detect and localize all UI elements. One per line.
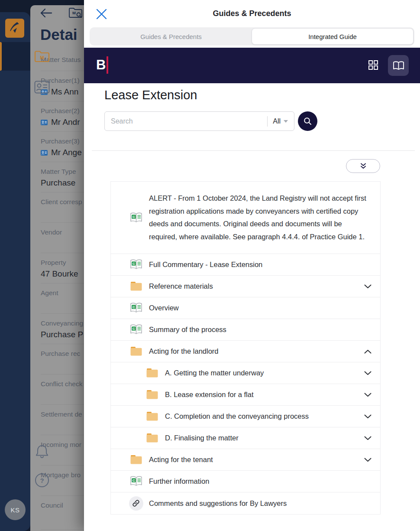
matter-field-label: Purchaser(2) — [41, 107, 84, 115]
matter-search-icon[interactable]: M — [68, 7, 83, 21]
matter-field-row[interactable]: Purchase rec — [41, 344, 84, 375]
matter-field-label: Purchaser(3) — [41, 137, 84, 145]
chevron-down-icon[interactable] — [364, 414, 372, 419]
grid-view-icon[interactable] — [368, 60, 378, 70]
matter-field-label: Agent — [41, 289, 84, 297]
guide-item[interactable]: A. Getting the matter underway — [111, 362, 380, 384]
guide-item[interactable]: D. Finalising the matter — [111, 427, 380, 449]
guide-item-label: A. Getting the matter underway — [165, 369, 264, 377]
folder-icon — [145, 433, 159, 443]
guide-item[interactable]: C Summary of the process — [111, 319, 380, 341]
guide-item[interactable]: C ALERT - From 1 October 2024, the Land … — [111, 182, 380, 254]
matter-field-row[interactable]: Agent — [41, 283, 84, 314]
matter-field-value: Purchase — [41, 178, 84, 188]
user-avatar[interactable]: KS — [5, 499, 26, 520]
guide-item[interactable]: Comments and suggestions for By Lawyers — [111, 492, 380, 514]
guide-item[interactable]: C. Completion and the conveyancing proce… — [111, 406, 380, 427]
commentary-icon: C — [129, 259, 143, 270]
guide-item[interactable]: Reference materials — [111, 276, 380, 297]
chevron-down-icon[interactable] — [364, 436, 372, 440]
matter-field-label: Conflict check — [41, 380, 84, 388]
contact-icon — [41, 150, 48, 156]
tab-integrated-guide[interactable]: Integrated Guide — [252, 28, 414, 45]
folder-icon — [129, 282, 143, 291]
bylawyers-toolbar: B — [84, 48, 420, 83]
chevron-up-icon[interactable] — [364, 349, 372, 354]
guide-view-button[interactable] — [388, 55, 409, 76]
matter-field-value: Mr Ange — [41, 148, 84, 157]
matter-field-label: Property — [41, 259, 84, 267]
commentary-icon: C — [129, 302, 143, 314]
back-button[interactable] — [39, 8, 52, 20]
matter-field-row[interactable]: Purchaser(2) Mr Andr — [41, 101, 84, 132]
svg-text:C: C — [132, 215, 135, 218]
chevron-down-icon[interactable] — [364, 371, 372, 375]
svg-text:M: M — [40, 55, 44, 60]
sidebar — [0, 12, 30, 531]
matter-field-label: Council — [41, 502, 84, 509]
contacts-card-icon[interactable] — [34, 81, 50, 94]
sidebar-item-matters[interactable] — [0, 42, 30, 71]
guide-item[interactable]: B. Lease extension for a flat — [111, 384, 380, 406]
search-button[interactable] — [298, 111, 317, 131]
matter-field-label: Purchase rec — [41, 350, 84, 358]
link-icon — [129, 496, 143, 511]
matter-field-label: Client corresp — [41, 198, 84, 206]
matter-field-label: Settlement de — [41, 410, 84, 418]
guide-item-label: Comments and suggestions for By Lawyers — [149, 499, 287, 508]
matter-field-label: Matter Type — [41, 168, 84, 176]
chevron-down-icon[interactable] — [364, 284, 372, 289]
guide-item[interactable]: Acting for the tenant — [111, 449, 380, 471]
folder-icon — [145, 412, 159, 421]
matter-field-row[interactable]: Settlement de — [41, 405, 84, 435]
svg-text:M: M — [72, 10, 76, 15]
guide-item-label: ALERT - From 1 October 2024, the Land Re… — [149, 192, 371, 243]
guide-item[interactable]: C Overview — [111, 297, 380, 319]
matter-field-row[interactable]: Conflict check — [41, 375, 84, 405]
chevron-down-icon[interactable] — [364, 458, 372, 462]
matter-field-value: Purchase P — [41, 330, 84, 339]
commentary-icon: C — [129, 476, 143, 487]
svg-text:C: C — [132, 305, 135, 309]
tab-guides-precedents[interactable]: Guides & Precedents — [90, 28, 252, 45]
matter-field-row[interactable]: Purchaser(3) Mr Ange — [41, 132, 84, 162]
matter-field-row[interactable]: Conveyancing Purchase P — [41, 314, 84, 344]
folder-icon — [129, 347, 143, 356]
search-input[interactable] — [105, 117, 267, 125]
guide-item-label: Acting for the tenant — [149, 456, 213, 464]
matter-field-value: Mr Andr — [41, 117, 84, 127]
help-icon[interactable]: ? — [35, 473, 49, 487]
matter-field-row[interactable]: Property 47 Bourke — [41, 253, 84, 283]
matter-field-row[interactable]: Council — [41, 496, 84, 530]
app-logo[interactable] — [5, 19, 24, 38]
tab-bar: Guides & Precedents Integrated Guide — [90, 27, 414, 46]
contact-icon — [41, 120, 48, 125]
divider — [92, 150, 415, 151]
search-scope-dropdown[interactable]: All — [267, 116, 294, 127]
notifications-bell-icon[interactable] — [35, 444, 49, 459]
guide-item-label: Overview — [149, 304, 179, 312]
guide-item[interactable]: C Full Commentary - Lease Extension — [111, 254, 380, 276]
chevron-down-icon — [284, 120, 288, 123]
search-icon — [303, 117, 312, 126]
logo-caret — [107, 56, 108, 74]
guide-item[interactable]: Acting for the landlord — [111, 341, 380, 362]
page-title: Detai — [40, 26, 78, 43]
guide-item[interactable]: C Further information — [111, 471, 380, 492]
folder-icon — [145, 368, 159, 378]
guides-precedents-modal: Guides & Precedents Guides & Precedents … — [84, 0, 420, 531]
commentary-icon: C — [129, 212, 143, 224]
search-box: All — [104, 111, 294, 131]
matters-folder-icon[interactable]: M — [34, 50, 50, 63]
collapse-all-button[interactable] — [346, 159, 380, 173]
chevron-down-icon[interactable] — [364, 393, 372, 397]
matter-field-label: Vendor — [41, 228, 84, 236]
folder-icon — [129, 455, 143, 464]
matter-field-row[interactable]: Client corresp — [41, 192, 84, 223]
svg-text:C: C — [132, 262, 135, 266]
matter-field-row[interactable]: Vendor — [41, 223, 84, 253]
guide-item-label: Summary of the process — [149, 326, 226, 334]
matter-field-row[interactable]: Matter Type Purchase — [41, 162, 84, 192]
bylawyers-logo: B — [96, 56, 108, 74]
guide-item-label: Full Commentary - Lease Extension — [149, 261, 262, 269]
